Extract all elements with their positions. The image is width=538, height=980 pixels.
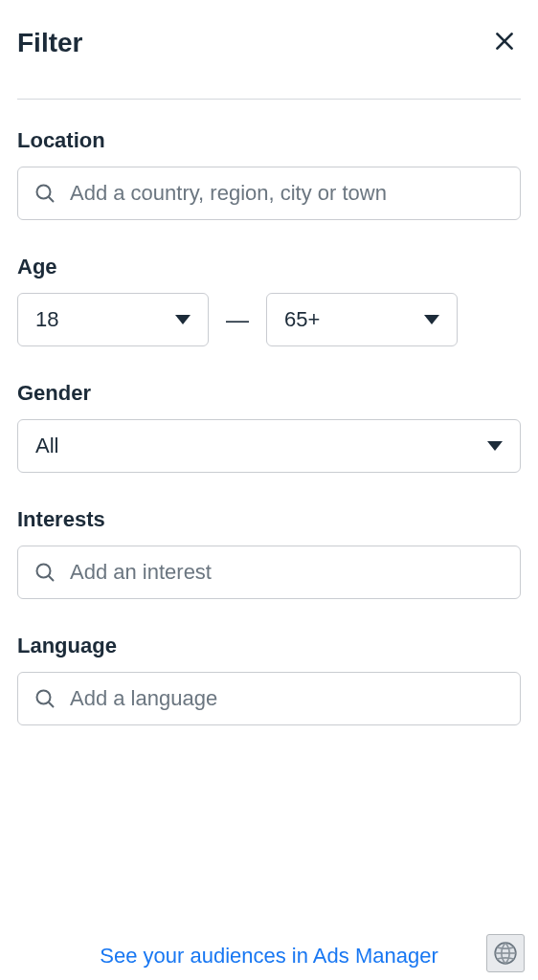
interests-input-box[interactable] [17, 546, 521, 599]
age-max-value: 65+ [284, 307, 320, 332]
header-divider [17, 99, 521, 100]
svg-marker-4 [175, 315, 191, 324]
interests-input[interactable] [70, 560, 504, 585]
close-icon [492, 29, 517, 54]
gender-select[interactable]: All [17, 419, 521, 473]
language-input[interactable] [70, 686, 504, 711]
chevron-down-icon [175, 315, 191, 324]
svg-point-7 [37, 565, 51, 578]
age-min-value: 18 [35, 307, 58, 332]
age-range-row: 18 — 65+ [17, 293, 521, 346]
interests-label: Interests [17, 507, 521, 532]
interests-section: Interests [17, 507, 521, 599]
svg-line-3 [49, 197, 54, 202]
age-max-select[interactable]: 65+ [266, 293, 458, 346]
location-section: Location [17, 128, 521, 220]
gender-value: All [35, 434, 58, 458]
globe-icon [493, 941, 518, 966]
location-input[interactable] [70, 181, 504, 206]
age-range-separator: — [226, 306, 249, 333]
footer: See your audiences in Ads Manager [0, 944, 538, 969]
gender-label: Gender [17, 381, 521, 406]
chevron-down-icon [424, 315, 439, 324]
language-section: Language [17, 634, 521, 725]
language-label: Language [17, 634, 521, 658]
filter-header: Filter [17, 15, 521, 99]
search-icon [34, 561, 56, 584]
svg-point-2 [37, 186, 51, 199]
ads-manager-link[interactable]: See your audiences in Ads Manager [100, 944, 437, 968]
globe-button[interactable] [486, 934, 525, 972]
svg-line-8 [49, 576, 54, 581]
location-input-box[interactable] [17, 167, 521, 220]
chevron-down-icon [487, 441, 503, 451]
search-icon [34, 182, 56, 205]
close-button[interactable] [488, 25, 521, 60]
svg-line-10 [49, 702, 54, 707]
svg-point-9 [37, 691, 51, 704]
language-input-box[interactable] [17, 672, 521, 725]
search-icon [34, 687, 56, 710]
age-min-select[interactable]: 18 [17, 293, 209, 346]
gender-section: Gender All [17, 381, 521, 473]
location-label: Location [17, 128, 521, 153]
svg-marker-5 [424, 315, 439, 324]
age-label: Age [17, 255, 521, 279]
svg-marker-6 [487, 441, 503, 451]
page-title: Filter [17, 28, 82, 58]
age-section: Age 18 — 65+ [17, 255, 521, 346]
